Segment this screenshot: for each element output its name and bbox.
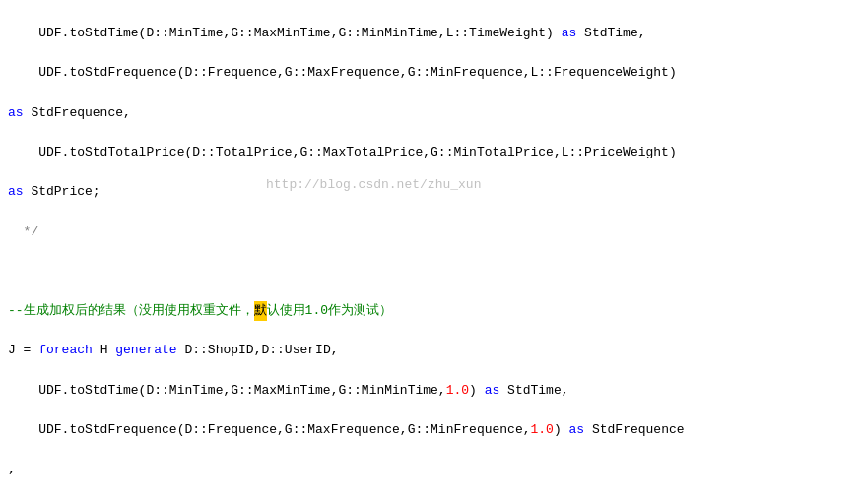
code-line-11: UDF.toStdFrequence(D::Frequence,G::MaxFr… xyxy=(8,420,855,440)
code-line-7 xyxy=(8,262,855,282)
code-line-5: as StdPrice; xyxy=(8,182,855,202)
code-line-1: UDF.toStdTime(D::MinTime,G::MaxMinTime,G… xyxy=(8,24,855,43)
code-line-6: */ xyxy=(8,222,855,242)
code-line-10: UDF.toStdTime(D::MinTime,G::MaxMinTime,G… xyxy=(8,381,855,401)
code-editor: UDF.toStdTime(D::MinTime,G::MaxMinTime,G… xyxy=(0,0,863,504)
code-line-13: UDF.toStdTotalPrice(D::TotalPrice,G::Max… xyxy=(8,500,855,504)
code-line-8: --生成加权后的结果（没用使用权重文件，默认使用1.0作为测试） xyxy=(8,301,855,321)
code-line-3: as StdFrequence, xyxy=(8,103,855,123)
code-line-4: UDF.toStdTotalPrice(D::TotalPrice,G::Max… xyxy=(8,143,855,162)
code-line-9: J = foreach H generate D::ShopID,D::User… xyxy=(8,341,855,360)
code-line-12: , xyxy=(8,460,855,479)
code-line-2: UDF.toStdFrequence(D::Frequence,G::MaxFr… xyxy=(8,63,855,83)
